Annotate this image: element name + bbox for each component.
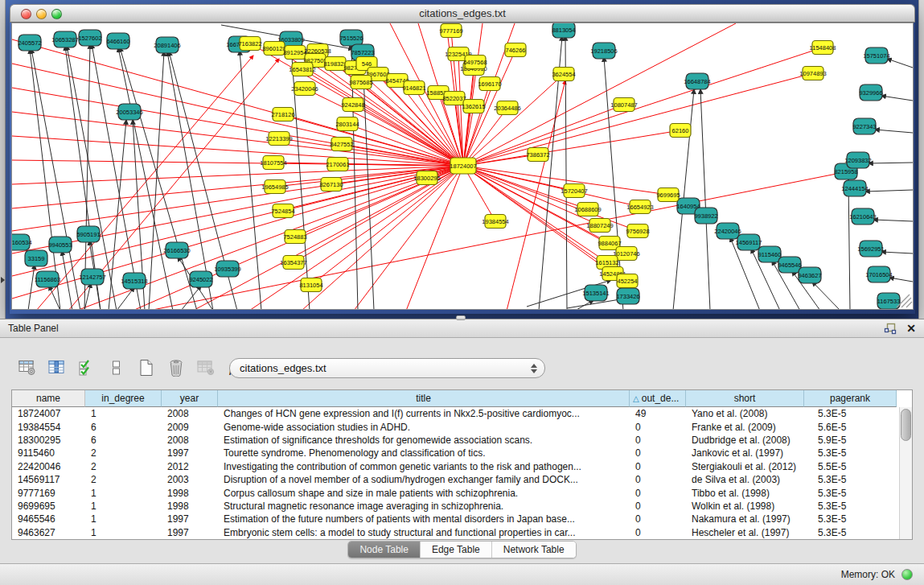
column-header-name[interactable]: name [12,390,85,407]
tab-edge-table[interactable]: Edge Table [421,542,492,558]
network-node[interactable]: 7163822 [238,37,261,51]
network-node[interactable]: 1696170 [478,77,501,91]
network-node[interactable]: 452254 [617,274,638,288]
table-row[interactable]: 1830029562008Estimation of significance … [12,434,899,447]
network-graph[interactable]: 2405572106532871527602646616020891406166… [12,23,913,309]
network-node[interactable]: 19384554 [482,215,508,229]
network-node[interactable]: 9875685 [349,76,372,89]
zoom-button[interactable] [51,9,62,19]
network-node[interactable]: 11156863 [35,271,60,287]
network-node[interactable]: 8960128 [262,42,285,56]
network-node[interactable]: 9146821 [402,81,425,95]
select-all-rows-icon[interactable] [76,356,98,379]
network-node[interactable]: 20160534 [12,234,32,250]
network-node[interactable]: 18300295 [413,171,440,185]
delete-column-icon[interactable] [165,356,187,379]
table-panel-header[interactable]: Table Panel ✕ [0,319,924,338]
network-node[interactable]: 1167533 [877,293,901,309]
network-node[interactable]: 18724007 [450,158,476,174]
network-node[interactable]: 2803144 [335,117,359,131]
network-node[interactable]: 15135141 [582,285,609,301]
network-node[interactable]: 7524854 [271,204,294,218]
network-node[interactable]: 16210643 [849,208,876,225]
create-column-icon[interactable] [135,356,158,379]
table-row[interactable]: 946362711997Embryonic stem cells: a mode… [12,526,899,539]
table-row[interactable]: 1456911722003Disruption of a novel membe… [12,473,899,486]
network-node[interactable]: 2718126 [271,108,294,122]
network-node[interactable]: 2170061 [326,158,349,171]
column-header-pagerank[interactable]: pagerank [804,390,897,407]
delete-table-icon[interactable] [195,356,217,379]
network-node[interactable]: 20364486 [494,101,520,115]
network-node[interactable]: 26166530 [163,242,190,258]
network-node[interactable]: 19218506 [590,43,617,59]
network-node[interactable]: 10688609 [574,203,601,216]
clear-row-selection-icon[interactable] [105,356,128,379]
network-node[interactable]: 8131054 [299,278,322,292]
network-node[interactable]: 16543812 [289,63,315,76]
network-node[interactable]: 23420046 [291,82,318,96]
network-node[interactable]: 1527602 [78,30,101,46]
network-node[interactable]: 8813054 [552,23,575,38]
table-row[interactable]: 911546021997Tourette syndrome. Phenomeno… [12,447,899,459]
network-node[interactable]: 9245022 [189,271,212,287]
network-node[interactable]: 9242848 [341,98,364,112]
network-node[interactable]: 9227343 [852,118,876,134]
network-node[interactable]: 22420046 [714,223,741,239]
network-node[interactable]: 10935399 [214,261,240,277]
network-node[interactable]: 8427552 [330,138,353,151]
panel-expand-arrow-icon[interactable] [1,277,5,283]
network-node[interactable]: 1362615 [462,100,485,113]
column-header-short[interactable]: short [686,390,804,407]
network-node[interactable]: 9465546 [778,257,801,273]
network-node[interactable]: 18107554 [260,156,286,170]
network-node[interactable]: 62160 [670,124,691,138]
table-row[interactable]: 2242004622012Investigating the contribut… [12,460,899,473]
network-node[interactable]: 6497568 [463,56,487,69]
network-node[interactable]: 12093832 [844,152,871,168]
table-row[interactable]: 1872400712008Changes of HCN gene express… [12,407,899,420]
network-node[interactable]: 5905191 [76,226,100,242]
network-node[interactable]: 12213399 [265,132,292,146]
table-select-dropdown[interactable]: citations_edges.txt [229,358,545,378]
window-titlebar[interactable]: citations_edges.txt [10,4,915,23]
minimize-button[interactable] [36,9,47,19]
network-node[interactable]: 1733426 [616,288,639,304]
network-node[interactable]: 6466160 [106,33,129,49]
tab-network-table[interactable]: Network Table [492,542,576,558]
network-node[interactable]: 12142757 [79,269,105,285]
select-column-icon[interactable] [46,356,68,379]
network-node[interactable]: 9115460 [758,246,782,262]
network-node[interactable]: 2405572 [18,35,41,51]
close-panel-icon[interactable]: ✕ [906,323,916,334]
network-node[interactable]: 14515318 [121,273,147,289]
network-node[interactable]: 9756928 [626,225,649,238]
column-header-title[interactable]: title [218,390,630,407]
network-node[interactable]: 15751074 [863,47,889,64]
table-mode-icon[interactable] [16,356,39,379]
network-node[interactable]: 11548408 [810,41,836,55]
network-node[interactable]: 7524883 [283,230,306,244]
network-node[interactable]: 9940553 [48,237,72,253]
column-header-in_degree[interactable]: in_degree [85,390,162,407]
network-node[interactable]: 9329966 [859,84,882,101]
network-node[interactable]: 16354377 [280,256,306,270]
network-node[interactable]: 10974893 [799,67,826,80]
network-node[interactable]: 10653287 [51,31,78,47]
close-button[interactable] [21,9,31,19]
splitter-handle[interactable] [456,315,466,320]
network-node[interactable]: 15692951 [857,241,884,257]
network-canvas[interactable]: 2405572106532871527602646616020891406166… [11,23,914,310]
scrollbar-thumb[interactable] [901,409,911,441]
network-node[interactable]: 20891406 [154,37,180,53]
network-node[interactable]: 7386372 [526,148,549,162]
network-node[interactable]: 12444154 [841,180,868,196]
tab-node-table[interactable]: Node Table [348,542,421,558]
table-row[interactable]: 946554611997Estimation of the future num… [12,513,899,525]
network-node[interactable]: 14569117 [736,234,762,250]
network-node[interactable]: 33159 [25,250,47,266]
network-node[interactable]: 18807249 [586,219,613,233]
network-node[interactable]: 3624554 [552,68,575,81]
network-node[interactable]: 8267130 [319,178,343,192]
network-node[interactable]: 9463627 [798,267,821,283]
